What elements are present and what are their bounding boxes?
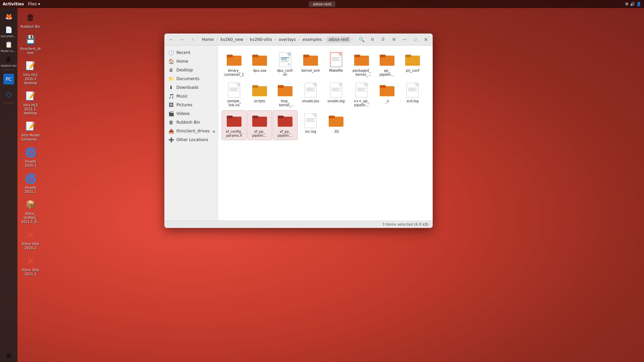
file-item-scripts[interactable]: scripts [248,80,272,109]
file-item-dpu-conf-vh[interactable]: ↻ dpu_conf.vh [273,50,297,79]
files-menu[interactable]: Files ▾ [28,2,40,6]
xf-pp-cpp-label: xf_pp_pipeline_accel.cpp [252,130,267,138]
desktop-icon-xilinx-vitis-2021[interactable]: ✕ Xilinx Vitis 2021.1 [18,253,43,278]
file-item-pp-pipeline[interactable]: pp_pipeline_accel [375,50,399,79]
desktop-icon-vitis-model[interactable]: 📝 Vitis Model Compose... [18,118,43,143]
file-item-packaged-kernel[interactable]: packaged_kernel_DPUCZD... [350,50,374,79]
eject-icon[interactable]: ⏏ [212,129,215,133]
sidebar-item-recent[interactable]: 🕐 Recent [164,48,218,57]
dock-item-model[interactable]: 📋 Model Composer and Syste... [2,39,16,53]
breadcrumb: Home › kv260_new › kv260-vitis › overlay… [199,37,356,43]
file-item-xcd-log[interactable]: xcd.log [400,80,425,109]
file-item-kernel-xml[interactable]: kernel_xml [299,50,323,79]
desktop-icon-vivado-2021[interactable]: 🌀 Vivado 2021.1 [18,170,43,195]
makefile-label: Makefile [329,69,343,73]
file-item-x-folder[interactable]: _x [375,80,399,109]
desktop-icon-vivado-2020[interactable]: 🌀 Vivado 2020.2 [18,144,43,169]
desktop-icon-vitis-hls-2021[interactable]: 📝 Vitis HLS 2021.1. desktop [18,88,43,117]
file-item-vivado-jou[interactable]: vivado.jou [299,80,323,109]
desktop-icon-xilinx-unified[interactable]: 📦 Xilinx_ Unified_ 2021.1_0... [18,196,43,225]
window-minimize-button[interactable]: ─ [400,35,409,44]
breadcrumb-overlays[interactable]: overlays [277,37,298,43]
desktop-icon-vitis-hls-2020[interactable]: 📝 Vitis HLS 2020.2 desktop [18,58,43,86]
kernel-xml-icon [303,52,319,68]
sidebar-item-rubbish[interactable]: 🗑 Rubbish Bin [164,118,218,127]
sidebar-item-other-locations[interactable]: ➕ Other Locations [164,135,218,144]
file-item-vivado-log[interactable]: vivado.log [324,80,348,109]
search-button[interactable]: 🔍 [357,35,366,44]
vitis-model-label: Vitis Model Compose... [20,133,41,141]
file-item-makefile[interactable]: Makefile [324,50,348,79]
file-item-prj-conf[interactable]: prj_conf [400,50,425,79]
dock-item-pc[interactable]: PC [2,72,16,86]
svg-rect-21 [252,116,258,118]
desktop-icon-thinclient[interactable]: 💾 thinclient_drives [18,32,43,56]
breadcrumb-sep-1: › [216,38,218,41]
dock-item-docs[interactable]: 📄 Documenta tion Navigato... [2,24,16,38]
sidebar-item-thinclient[interactable]: 📤 thinclient_drives ⏏ [164,127,218,135]
sidebar-item-music[interactable]: 🎵 Music [164,92,218,101]
breadcrumb-examples[interactable]: examples [301,37,324,43]
breadcrumb-home[interactable]: Home [200,37,216,43]
rubbish-bin-label: Rubbish Bin [20,25,40,29]
parent-folder-button[interactable]: ↑ [188,35,197,44]
scripts-icon [252,82,268,98]
view-split-button[interactable]: ⊟ [368,35,377,44]
sidebar-label-home: Home [176,59,214,64]
vivado-2021-icon: 🌀 [24,172,37,185]
dock-item-vscode[interactable]: ◇ [2,87,16,101]
dock-item-trash[interactable]: 🗑 Rubbish Bin [2,54,16,68]
file-item-xf-config-params[interactable]: xf_config_params.h [222,111,246,140]
vpp-log-icon [354,82,370,98]
xilinx-unified-icon: 📦 [24,198,37,211]
rubbish-sidebar-icon: 🗑 [168,120,174,125]
topbar-indicators[interactable]: ⚙ 🔊 👤 [625,2,641,6]
other-locations-icon: ➕ [168,137,174,142]
sidebar-item-pictures[interactable]: 🖼 Pictures [164,101,218,109]
forward-button[interactable]: → [177,35,186,44]
sidebar-item-videos[interactable]: 🎬 Videos [164,109,218,118]
desktop-icon-area: 🗑 Rubbish Bin 💾 thinclient_drives 📝 Viti… [18,9,43,278]
file-item-xil-folder[interactable]: .Xil [324,111,348,140]
file-item-sample-link[interactable]: sample_link.ini [222,80,246,109]
file-item-xf-pp-config-h[interactable]: xf_pp_pipeline_config.h [273,111,297,140]
window-title-bar[interactable]: aibox-reid [309,1,335,7]
breadcrumb-sep-6: › [351,38,353,41]
docs-icon: 📄 [3,24,14,35]
tmp-kernel-label: tmp_kernel_pack_DP... [277,99,293,107]
file-item-dpu-xsa[interactable]: dpu.xsa [248,50,272,79]
back-button[interactable]: ← [166,35,176,44]
downloads-icon: ⬇ [168,85,174,90]
window-close-button[interactable]: ✕ [421,35,431,44]
sidebar-item-downloads[interactable]: ⬇ Downloads [164,83,218,92]
topbar-center: aibox-reid [309,1,335,7]
x-folder-label: _x [385,99,389,103]
view-list-button[interactable]: ☰ [378,35,388,44]
dock-item-firefox[interactable]: 🦊 [2,9,16,23]
xf-pp-config-h-label: xf_pp_pipeline_config.h [278,130,293,138]
desktop-icon-xilinx-vitis-2020[interactable]: ✕ Xilinx Vitis 2020.2 [18,227,43,251]
xilinx-vitis-2021-label: Xilinx Vitis 2021.1 [20,268,41,276]
sidebar-item-desktop[interactable]: 🖥 Desktop [164,66,218,74]
activities-button[interactable]: Activities [3,2,24,6]
file-item-binary-container[interactable]: binary_container_1 [222,50,246,79]
view-grid-button[interactable]: ⊞ [389,35,398,44]
file-grid: binary_container_1 dpu.xsa [218,46,433,221]
breadcrumb-aibox-reid[interactable]: aibox-reid [327,37,351,43]
window-maximize-button[interactable]: □ [411,35,420,44]
desktop-icon-rubbish[interactable]: 🗑 Rubbish Bin [18,9,43,30]
svg-rect-13 [252,85,258,88]
file-item-vpp-log[interactable]: v++_pp_pipeline_accel.log [350,80,374,109]
xf-config-params-label: xf_config_params.h [226,130,243,138]
breadcrumb-kv260-vitis[interactable]: kv260-vitis [248,37,274,43]
file-item-xf-pp-cpp[interactable]: xf_pp_pipeline_accel.cpp [248,111,272,140]
binary-container-icon [226,52,242,68]
file-item-xrc-log[interactable]: xrc.log [299,111,323,140]
dock-item-apps[interactable]: ⊞ [2,348,16,362]
file-item-tmp-kernel[interactable]: tmp_kernel_pack_DP... [273,80,297,109]
sidebar-item-documents[interactable]: 📁 Documents [164,74,218,83]
breadcrumb-kv260-new[interactable]: kv260_new [218,37,245,43]
breadcrumb-sep-2: › [246,38,247,41]
sidebar-item-home[interactable]: 🏠 Home [164,57,218,66]
model-icon: 📋 [3,39,14,50]
